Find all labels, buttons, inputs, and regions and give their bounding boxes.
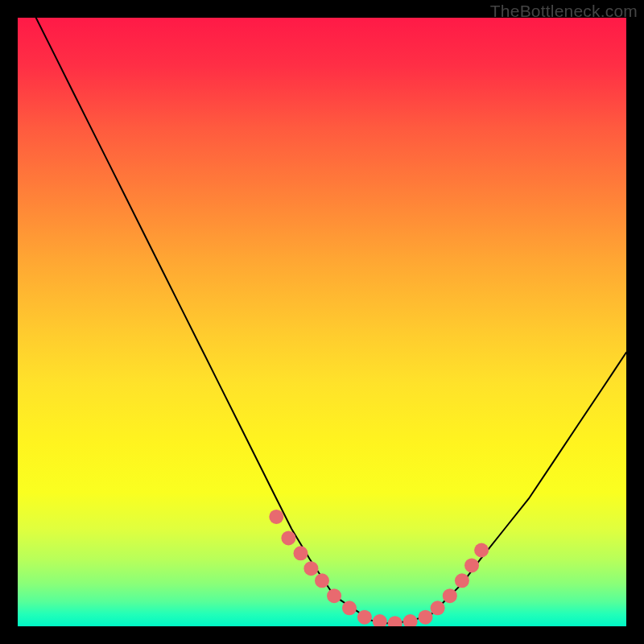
curve-marker	[342, 601, 357, 615]
curve-marker	[373, 614, 387, 626]
curve-marker	[431, 601, 445, 615]
bottleneck-chart	[18, 18, 626, 626]
curve-marker	[455, 573, 469, 588]
curve-markers	[269, 510, 489, 626]
curve-marker	[315, 573, 329, 588]
curve-marker	[443, 588, 457, 603]
curve-marker	[303, 561, 318, 576]
curve-marker	[281, 530, 295, 545]
curve-marker	[419, 610, 433, 625]
curve-marker	[388, 616, 402, 626]
curve-marker	[294, 546, 308, 560]
curve-marker	[403, 614, 418, 626]
curve-marker	[269, 510, 283, 524]
bottleneck-curve	[18, 18, 626, 623]
curve-marker	[464, 558, 479, 572]
curve-marker	[327, 588, 341, 603]
curve-marker	[474, 543, 489, 558]
curve-marker	[357, 610, 372, 625]
